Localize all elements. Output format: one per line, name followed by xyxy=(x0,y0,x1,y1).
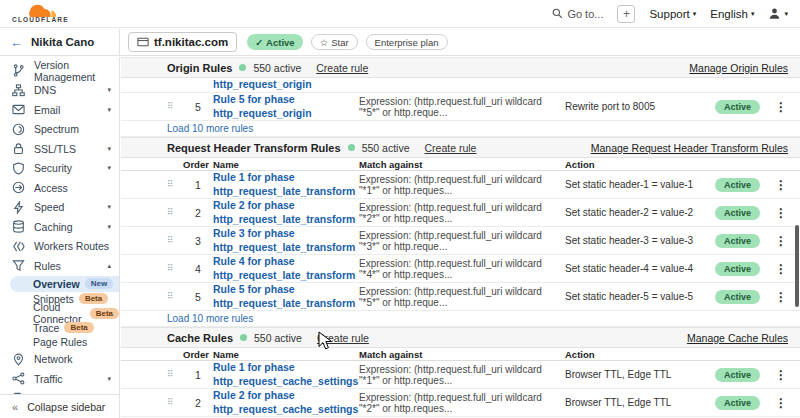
kebab-menu-icon[interactable]: ⋮ xyxy=(770,262,792,276)
create-rule-link[interactable]: Create rule xyxy=(316,62,368,74)
language-menu[interactable]: English ▾ xyxy=(710,8,754,20)
manage-request-header-transform-rules-link[interactable]: Manage Request Header Transform Rules xyxy=(591,142,788,154)
goto-search[interactable]: Go to... xyxy=(552,8,603,20)
clipped-rule-row[interactable]: http_request_origin xyxy=(121,78,800,93)
kebab-menu-icon[interactable]: ⋮ xyxy=(770,178,792,192)
cloudflare-logo[interactable]: CLOUDFLARE xyxy=(12,4,69,24)
kebab-menu-icon[interactable]: ⋮ xyxy=(770,368,792,382)
status-badge: Active xyxy=(715,234,760,248)
chevron-down-icon: ▾ xyxy=(107,106,111,114)
kebab-menu-icon[interactable]: ⋮ xyxy=(770,234,792,248)
rule-name-line1: Rule 2 for phase xyxy=(213,389,359,402)
drag-handle-icon[interactable]: ⠿ xyxy=(167,180,183,189)
status-badge: Active xyxy=(715,178,760,192)
status-badge: Active xyxy=(715,262,760,276)
rule-action: Set static header-3 = value-3 xyxy=(565,235,697,246)
kebab-menu-icon[interactable]: ⋮ xyxy=(770,290,792,304)
kebab-menu-icon[interactable]: ⋮ xyxy=(770,100,792,114)
chevron-down-icon: ▾ xyxy=(751,10,755,18)
create-rule-link[interactable]: Create rule xyxy=(317,332,369,344)
sidebar-item-label: Security xyxy=(34,162,72,174)
sidebar-item-version-management[interactable]: Version Management xyxy=(0,61,119,81)
drag-handle-icon[interactable]: ⠿ xyxy=(167,292,183,301)
sidebar-item-label: Spectrum xyxy=(34,123,79,135)
status-badge: Active xyxy=(715,396,760,410)
chevron-down-icon: ▾ xyxy=(107,375,111,383)
rule-order: 5 xyxy=(183,291,213,303)
sidebar-item-workers-routes[interactable]: Workers Routes xyxy=(0,237,119,257)
sidebar-item-rules[interactable]: Rules ▴ xyxy=(0,256,119,276)
kebab-menu-icon[interactable]: ⋮ xyxy=(770,206,792,220)
rule-name-link[interactable]: http_request_origin xyxy=(213,78,312,90)
support-menu[interactable]: Support ▾ xyxy=(649,8,696,20)
section-title: Request Header Transform Rules xyxy=(167,142,341,154)
user-menu[interactable]: ▾ xyxy=(768,7,788,20)
rule-order: 4 xyxy=(183,263,213,275)
lock-icon xyxy=(12,142,25,155)
star-button[interactable]: ☆ Star xyxy=(311,34,358,50)
rule-name-link[interactable]: Rule 5 for phase http_request_late_trans… xyxy=(213,283,359,309)
manage-cache-rules-link[interactable]: Manage Cache Rules xyxy=(687,332,788,344)
sidebar-item-label: Caching xyxy=(34,221,73,233)
rule-name-link[interactable]: Rule 2 for phase http_request_late_trans… xyxy=(213,199,359,225)
rule-match: Expression: (http.request.full_uri wildc… xyxy=(359,258,565,280)
drag-handle-icon[interactable]: ⠿ xyxy=(167,208,183,217)
drag-handle-icon[interactable]: ⠿ xyxy=(167,264,183,273)
sidebar-item-label: Page Rules xyxy=(33,336,87,348)
collapse-sidebar-button[interactable]: « Collapse sidebar xyxy=(0,394,119,418)
sidebar-item-security[interactable]: Security ▾ xyxy=(0,159,119,179)
chevron-down-icon: ▾ xyxy=(784,10,788,18)
drag-handle-icon[interactable]: ⠿ xyxy=(167,370,183,379)
rule-name-link[interactable]: Rule 1 for phase http_request_cache_sett… xyxy=(213,361,359,387)
kebab-menu-icon[interactable]: ⋮ xyxy=(770,396,792,410)
topbar-actions: Go to... + Support ▾ English ▾ ▾ xyxy=(552,5,800,23)
drag-handle-icon[interactable]: ⠿ xyxy=(167,102,183,111)
account-name: Nikita Cano xyxy=(31,36,94,48)
sidebar-item-label: Version Management xyxy=(34,59,111,83)
load-more-label: Load 10 more rules xyxy=(167,123,253,134)
sidebar-item-access[interactable]: Access xyxy=(0,178,119,198)
sidebar-item-spectrum[interactable]: Spectrum xyxy=(0,120,119,140)
sidebar-item-cloud-connector[interactable]: Cloud Connector Beta xyxy=(0,306,119,321)
load-more-link[interactable]: Load 10 more rules xyxy=(121,121,800,137)
sidebar-item-caching[interactable]: Caching ▾ xyxy=(0,217,119,237)
rule-name-link[interactable]: Rule 1 for phase http_request_late_trans… xyxy=(213,171,359,197)
sidebar-item-overview[interactable]: Overview New xyxy=(10,276,119,292)
drag-handle-icon[interactable]: ⠿ xyxy=(167,398,183,407)
sidebar-item-ssl-tls[interactable]: SSL/TLS ▾ xyxy=(0,139,119,159)
plan-label: Enterprise plan xyxy=(375,37,439,48)
sidebar-item-speed[interactable]: Speed ▾ xyxy=(0,198,119,218)
rule-name-link[interactable]: Rule 3 for phase http_request_late_trans… xyxy=(213,227,359,253)
sidebar-item-dns[interactable]: DNS ▾ xyxy=(0,81,119,101)
rule-name-link[interactable]: Rule 4 for phase http_request_late_trans… xyxy=(213,255,359,281)
column-match-against: Match against xyxy=(359,349,565,360)
add-button[interactable]: + xyxy=(617,5,635,23)
rule-match: Expression: (http.request.full_uri wildc… xyxy=(359,96,565,118)
account-bar: ← Nikita Cano tf.nikitac.com ✓ Active ☆ … xyxy=(0,29,800,56)
rule-name-line1: Rule 4 for phase xyxy=(213,255,359,268)
sidebar-item-network[interactable]: Network xyxy=(0,350,119,370)
load-more-link[interactable]: Load 10 more rules xyxy=(121,311,800,327)
chevron-down-icon: ▾ xyxy=(693,10,697,18)
sidebar-item-email[interactable]: Email ▾ xyxy=(0,100,119,120)
load-more-label: Load 10 more rules xyxy=(167,313,253,324)
top-bar: CLOUDFLARE Go to... + Support ▾ English … xyxy=(0,0,800,28)
chevron-down-icon: ▾ xyxy=(107,86,111,94)
rule-action: Set static header-1 = value-1 xyxy=(565,179,697,190)
rule-name-link[interactable]: Rule 5 for phase http_request_origin xyxy=(213,93,359,119)
drag-handle-icon[interactable]: ⠿ xyxy=(167,236,183,245)
chevron-down-icon: ▾ xyxy=(107,164,111,172)
domain-selector[interactable]: tf.nikitac.com xyxy=(128,32,237,52)
chevron-down-icon: ▾ xyxy=(107,145,111,153)
create-rule-link[interactable]: Create rule xyxy=(425,142,477,154)
manage-origin-rules-link[interactable]: Manage Origin Rules xyxy=(689,62,788,74)
table-row: ⠿ 1 Rule 1 for phase http_request_late_t… xyxy=(121,171,800,199)
rule-match: Expression: (http.request.full_uri wildc… xyxy=(359,392,565,414)
cache-rules-header: Cache Rules 550 active Create rule Manag… xyxy=(121,327,800,348)
sidebar-item-traffic[interactable]: Traffic ▾ xyxy=(0,369,119,389)
sidebar-item-page-rules[interactable]: Page Rules xyxy=(0,335,119,350)
back-arrow-icon[interactable]: ← xyxy=(10,35,23,50)
star-icon: ☆ xyxy=(320,37,329,48)
vertical-scrollbar[interactable] xyxy=(795,225,799,307)
rule-name-link[interactable]: Rule 2 for phase http_request_cache_sett… xyxy=(213,389,359,415)
